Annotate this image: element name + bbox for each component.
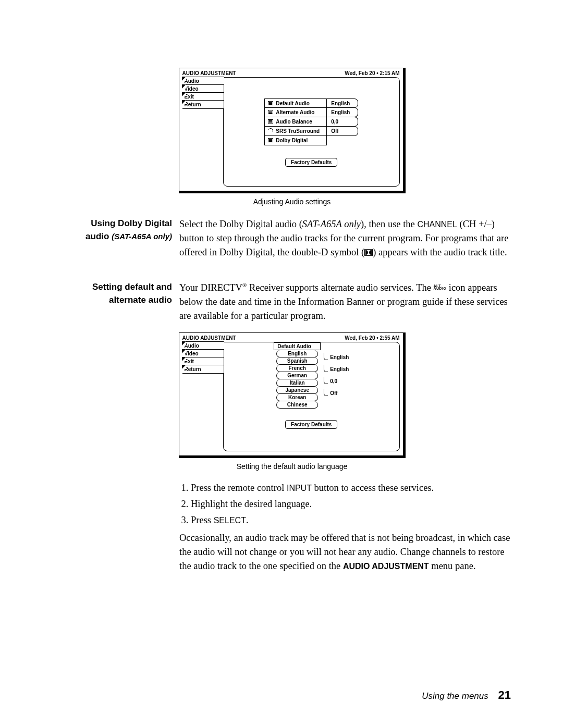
- closing-paragraph: Occasionally, an audio track may be offe…: [179, 531, 511, 573]
- lang-item[interactable]: Spanish: [276, 357, 318, 365]
- opt-audio-balance[interactable]: Audio Balance 0,0: [264, 117, 358, 127]
- osd-timestamp: Wed, Feb 20 • 2:15 AM: [345, 70, 399, 76]
- lang-item[interactable]: Japanese: [276, 387, 318, 394]
- dolby-d-icon: [364, 249, 373, 256]
- osd-figure-2: AUDIO ADJUSTMENT Wed, Feb 20 • 2:55 AM A…: [179, 332, 406, 458]
- osd-figure-1: AUDIO ADJUSTMENT Wed, Feb 20 • 2:15 AM A…: [179, 68, 406, 193]
- lang-item[interactable]: Chinese: [276, 401, 318, 409]
- settings-pane: Default Audio English Alternate Audio En…: [223, 77, 400, 187]
- language-dropdown: Default Audio English Spanish French Ger…: [274, 342, 321, 409]
- lang-item[interactable]: German: [276, 372, 318, 379]
- list-icon: [268, 138, 273, 142]
- lang-item[interactable]: Korean: [276, 394, 318, 401]
- lang-item[interactable]: English: [276, 350, 318, 357]
- settings-pane: Default Audio English Spanish French Ger…: [223, 342, 400, 451]
- tab-video[interactable]: Video: [182, 84, 224, 93]
- step-3: Press SELECT.: [191, 513, 511, 527]
- list-icon: [268, 101, 273, 105]
- opt-alternate-audio[interactable]: Alternate Audio English: [264, 108, 358, 117]
- tab-exit[interactable]: Exit: [182, 357, 224, 365]
- list-icon: [268, 119, 273, 124]
- section-heading-dolby: Using Dolby Digital audio (SAT-A65A only…: [73, 217, 172, 259]
- opt-default-audio[interactable]: Default Audio English: [264, 98, 358, 108]
- lang-item[interactable]: French: [276, 365, 318, 372]
- opt-srs-trusurround[interactable]: SRS TruSurround Off: [264, 127, 358, 136]
- lang-item[interactable]: Italian: [276, 379, 318, 387]
- tab-audio[interactable]: Audio: [182, 77, 224, 85]
- section-body-dolby: Select the Dolby Digital audio (SAT-A65A…: [179, 217, 511, 259]
- osd-title: AUDIO ADJUSTMENT: [182, 70, 236, 76]
- opt-dolby-digital[interactable]: Dolby Digital: [264, 136, 358, 145]
- step-2: Highlight the desired language.: [191, 497, 511, 511]
- tab-return[interactable]: Return: [182, 100, 224, 109]
- figure-1-caption: Adjusting Audio settings: [73, 198, 511, 206]
- alt-audio-icon: ALT.AUDIO: [434, 285, 447, 291]
- tab-audio[interactable]: Audio: [182, 341, 224, 350]
- figure-2-caption: Setting the default audio language: [73, 462, 511, 471]
- list-icon: [268, 110, 273, 114]
- tab-exit[interactable]: Exit: [182, 92, 224, 101]
- page-footer: Using the menus 21: [422, 688, 511, 702]
- osd-title: AUDIO ADJUSTMENT: [182, 335, 236, 341]
- factory-defaults-button[interactable]: Factory Defaults: [285, 158, 337, 167]
- tab-return[interactable]: Return: [182, 365, 224, 374]
- dropdown-head: Default Audio: [274, 342, 321, 350]
- step-1: Press the remote control INPUT button to…: [191, 481, 511, 495]
- cycle-icon: [267, 128, 274, 134]
- section-heading-default-alt: Setting default and alternate audio: [73, 281, 172, 323]
- summary-values: English English 0,0 Off: [324, 353, 349, 409]
- tab-video[interactable]: Video: [182, 349, 224, 357]
- steps-list: Press the remote control INPUT button to…: [179, 481, 511, 527]
- osd-timestamp: Wed, Feb 20 • 2:55 AM: [345, 335, 399, 341]
- section-body-default-alt: Your DIRECTV® Receiver supports alternat…: [179, 281, 511, 323]
- factory-defaults-button[interactable]: Factory Defaults: [285, 420, 337, 429]
